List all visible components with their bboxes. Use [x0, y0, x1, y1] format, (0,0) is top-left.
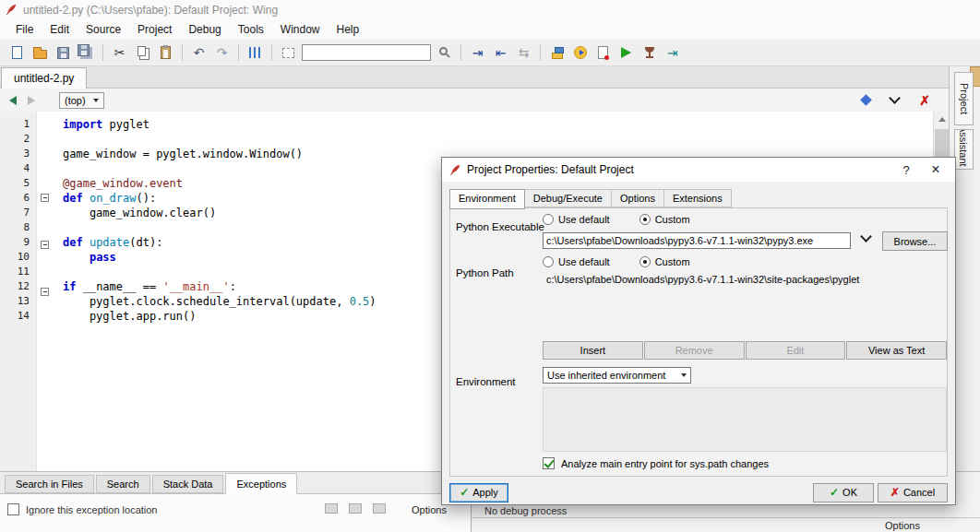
ignore-exception-checkbox[interactable]	[7, 503, 19, 515]
tab-options[interactable]: Options	[611, 189, 664, 207]
scope-dropdown[interactable]: (top)	[59, 92, 104, 109]
insert-button[interactable]: Insert	[543, 341, 643, 360]
debug-probe-button[interactable]	[592, 42, 614, 64]
executable-radio-row: Use default Custom	[543, 214, 690, 225]
python-executable-input[interactable]	[543, 232, 851, 249]
goblet-button[interactable]	[639, 42, 660, 64]
fold-marker-icon[interactable]	[41, 241, 49, 249]
menu-tools[interactable]: Tools	[230, 20, 272, 39]
path-use-default-radio[interactable]	[543, 256, 554, 267]
goblet-icon	[645, 47, 654, 53]
open-file-button[interactable]	[30, 42, 51, 64]
toolbar: ✂↶↷⇥⇤⇆⇥	[0, 40, 980, 66]
menu-project[interactable]: Project	[129, 20, 180, 39]
menu-edit[interactable]: Edit	[42, 20, 78, 39]
python-path-label: Python Path	[456, 267, 514, 278]
view-as-text-button[interactable]: View as Text	[846, 341, 947, 360]
dialog-titlebar[interactable]: Project Properties: Default Project ? ×	[442, 158, 955, 182]
analyze-entry-checkbox[interactable]	[543, 457, 555, 469]
undo-button[interactable]: ↶	[188, 42, 209, 64]
environment-values-box[interactable]	[543, 387, 947, 452]
line-number: 14	[0, 309, 36, 324]
tab-project[interactable]: Project	[954, 72, 974, 125]
floppy-stack-icon	[78, 44, 90, 56]
environment-combo[interactable]: Use inherited environment	[543, 367, 691, 384]
menu-debug[interactable]: Debug	[180, 20, 229, 39]
tab-stack-data[interactable]: Stack Data	[152, 475, 224, 493]
apply-button[interactable]: ✓ Apply	[449, 483, 508, 502]
editor-tab-untitled[interactable]: untitled-2.py	[1, 67, 87, 89]
analyze-checkbox-row: Analyze main entry point for sys.path ch…	[543, 457, 769, 469]
tab-debug-execute[interactable]: Debug/Execute	[524, 189, 612, 207]
indent-left-button[interactable]: ⇤	[490, 42, 511, 64]
nav-forward-button[interactable]	[28, 96, 35, 105]
toolbar-separator	[271, 44, 272, 61]
exe-use-default-radio[interactable]	[543, 214, 554, 225]
redo-button[interactable]: ↷	[211, 42, 233, 64]
tab-exceptions[interactable]: Exceptions	[225, 473, 297, 494]
indent-right-button[interactable]: ⇥	[467, 42, 488, 64]
exceptions-mini-icon-1[interactable]	[325, 503, 338, 514]
exceptions-options-button[interactable]: Options	[412, 504, 447, 515]
debug-options-button[interactable]: Options	[885, 520, 920, 531]
package-icon	[552, 53, 563, 59]
step-into-button[interactable]: ⇥	[662, 42, 683, 64]
check-icon: ✓	[460, 486, 469, 499]
exe-menu-chevron-icon[interactable]	[860, 231, 872, 242]
search-button[interactable]	[434, 42, 455, 64]
dialog-close-button[interactable]: ×	[924, 162, 948, 177]
debug-config-button[interactable]	[569, 42, 591, 64]
copy-button[interactable]	[132, 42, 153, 64]
window-titlebar: untitled-2.py (C:\Users\pfabe): Default …	[0, 0, 980, 19]
menu-file[interactable]: File	[7, 20, 42, 39]
tab-search[interactable]: Search	[96, 475, 150, 493]
python-path-entry[interactable]: c:\Users\pfabe\Downloads\pypy3.6-v7.1.1-…	[546, 274, 859, 285]
chevron-down-icon	[93, 99, 99, 102]
line-number: 10	[0, 250, 36, 265]
cut-button[interactable]: ✂	[109, 42, 130, 64]
exceptions-mini-icon-3[interactable]	[373, 503, 386, 514]
tab-assistant[interactable]: Assistant	[954, 129, 974, 170]
paste-button[interactable]	[155, 42, 176, 64]
ok-button[interactable]: ✓ OK	[813, 483, 874, 502]
menu-help[interactable]: Help	[329, 20, 368, 39]
save-all-button[interactable]	[76, 42, 97, 64]
remove-button: Remove	[644, 341, 745, 360]
path-custom-radio[interactable]	[639, 256, 651, 267]
profile-button[interactable]	[245, 42, 266, 64]
indent-match-button[interactable]: ⇆	[513, 42, 534, 64]
editor-nav-bar: (top) ✗	[0, 89, 949, 112]
new-file-button[interactable]	[6, 42, 28, 64]
toolbar-separator	[540, 44, 541, 61]
start-debug-button[interactable]	[615, 42, 637, 64]
line-number: 3	[0, 147, 36, 161]
fold-cell	[38, 241, 52, 255]
scroll-up-button[interactable]	[934, 112, 950, 127]
goto-symbol-icon[interactable]	[860, 94, 872, 106]
tab-extensions[interactable]: Extensions	[663, 189, 732, 207]
menu-source[interactable]: Source	[78, 20, 129, 39]
fold-cell	[38, 270, 52, 285]
browse-button[interactable]: Browse...	[882, 231, 948, 251]
line-number-gutter: 1234567891011121314	[0, 112, 37, 471]
fold-marker-icon[interactable]	[41, 194, 49, 202]
editor-menu-chevron-icon[interactable]	[889, 92, 901, 104]
menu-window[interactable]: Window	[272, 20, 329, 39]
fold-marker-icon[interactable]	[41, 288, 49, 296]
cancel-button[interactable]: ✗ Cancel	[878, 483, 948, 502]
line-number: 12	[0, 279, 36, 294]
nav-back-button[interactable]	[9, 96, 17, 105]
dialog-button-row: ✓ Apply ✓ OK ✗ Cancel	[449, 482, 948, 502]
cancel-label: Cancel	[903, 487, 935, 498]
search-selection-button[interactable]	[278, 42, 299, 64]
exe-custom-radio[interactable]	[639, 214, 651, 225]
python-shell-button[interactable]	[546, 42, 568, 64]
tab-environment[interactable]: Environment	[449, 189, 525, 209]
close-editor-icon[interactable]: ✗	[919, 94, 930, 107]
exceptions-mini-icon-2[interactable]	[349, 503, 362, 514]
save-button[interactable]	[53, 42, 74, 64]
dialog-help-button[interactable]: ?	[894, 163, 918, 177]
arrow-up-icon	[938, 117, 946, 122]
tab-search-in-files[interactable]: Search in Files	[5, 475, 94, 493]
toolbar-search-input[interactable]	[302, 44, 431, 61]
